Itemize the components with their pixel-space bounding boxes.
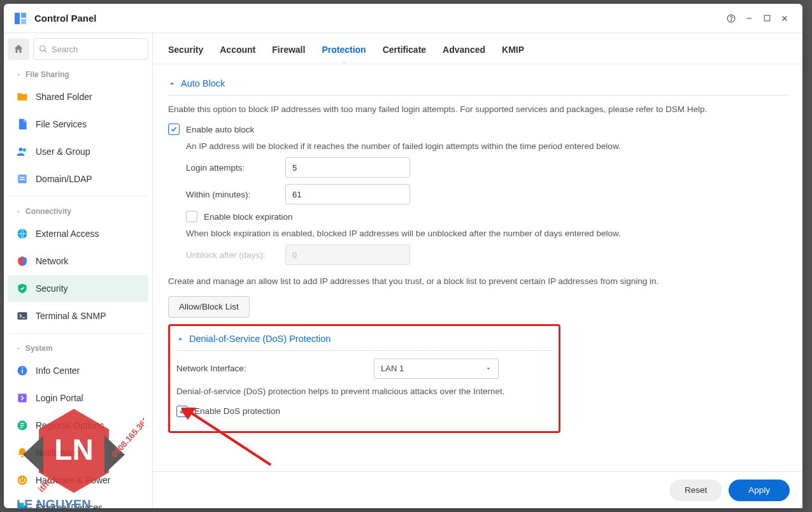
tab-protection[interactable]: Protection [322, 45, 366, 64]
svg-point-11 [19, 148, 23, 152]
sidebar-item-regional-options[interactable]: Regional Options [8, 412, 148, 439]
tab-kmip[interactable]: KMIP [502, 45, 524, 64]
sidebar-item-hardware-power[interactable]: Hardware & Power [8, 467, 148, 494]
sidebar-item-shared-folder[interactable]: Shared Folder [8, 83, 148, 110]
maximize-button[interactable] [758, 10, 776, 27]
tabs: Security Account Firewall Protection Cer… [153, 33, 802, 64]
sidebar-item-user-group[interactable]: User & Group [8, 138, 148, 165]
content-area: Auto Block Enable this option to block I… [153, 64, 802, 508]
devices-icon [15, 501, 29, 508]
auto-block-sub: An IP address will be blocked if it reac… [186, 141, 787, 151]
sidebar-item-security[interactable]: Security [8, 275, 148, 302]
unblock-input [285, 245, 410, 265]
home-button[interactable] [8, 38, 29, 60]
search-placeholder: Search [52, 45, 78, 54]
allow-block-list-button[interactable]: Allow/Block List [168, 296, 250, 318]
users-icon [15, 145, 29, 159]
apply-button[interactable]: Apply [729, 480, 790, 501]
svg-rect-25 [18, 503, 24, 509]
main-panel: Security Account Firewall Protection Cer… [153, 33, 802, 508]
shield-icon [15, 281, 29, 295]
within-label: Within (minutes): [186, 190, 285, 199]
svg-rect-0 [15, 13, 20, 24]
control-panel-window: Control Panel Search File Sharing Shared… [4, 4, 802, 508]
svg-point-12 [23, 148, 26, 152]
tab-account[interactable]: Account [220, 45, 255, 64]
app-icon [13, 11, 28, 26]
login-attempts-input[interactable] [285, 157, 410, 178]
sidebar-item-file-services[interactable]: File Services [8, 111, 148, 138]
svg-point-23 [21, 455, 23, 457]
svg-rect-6 [764, 15, 770, 21]
enable-auto-block-checkbox[interactable] [168, 124, 180, 135]
svg-rect-15 [20, 179, 25, 180]
footer: Reset Apply [153, 471, 802, 508]
titlebar: Control Panel [4, 4, 802, 33]
sidebar-item-external-devices[interactable]: External Devices [8, 494, 148, 508]
enable-block-expiration-label: Enable block expiration [204, 212, 293, 222]
sidebar-item-info-center[interactable]: Info Center [8, 357, 148, 384]
svg-rect-21 [18, 394, 26, 402]
network-icon [15, 254, 29, 268]
sidebar-item-external-access[interactable]: External Access [8, 220, 148, 247]
svg-point-20 [22, 367, 23, 369]
enable-block-expiration-checkbox[interactable] [186, 211, 197, 222]
expiration-desc: When block expiration is enabled, blocke… [186, 229, 787, 238]
svg-rect-1 [21, 13, 26, 18]
close-button[interactable] [776, 10, 794, 27]
power-icon [15, 473, 29, 487]
list-desc: Create and manage an allow list to add I… [168, 275, 787, 288]
minimize-button[interactable] [740, 10, 758, 27]
tab-certificate[interactable]: Certificate [383, 45, 426, 64]
svg-rect-26 [24, 506, 27, 508]
svg-rect-2 [21, 19, 26, 24]
unblock-label: Unblock after (days): [186, 250, 285, 260]
portal-icon [15, 391, 29, 405]
svg-rect-14 [20, 177, 25, 178]
svg-point-4 [731, 20, 732, 20]
tab-firewall[interactable]: Firewall [272, 45, 305, 64]
window-title: Control Panel [34, 13, 97, 24]
sidebar-item-domain-ldap[interactable]: Domain/LDAP [8, 166, 148, 192]
search-input[interactable]: Search [33, 38, 148, 60]
bell-icon [15, 446, 29, 460]
regional-icon [15, 418, 29, 432]
terminal-icon [15, 309, 29, 323]
network-interface-label: Network Interface: [176, 364, 374, 373]
reset-button[interactable]: Reset [669, 480, 722, 501]
svg-rect-17 [18, 312, 27, 320]
dos-desc: Denial-of-service (DoS) protection helps… [176, 385, 552, 398]
section-auto-block[interactable]: Auto Block [168, 73, 787, 96]
login-attempts-label: Login attempts: [186, 163, 285, 173]
sidebar-item-notification[interactable]: Notification [8, 439, 148, 466]
group-connectivity[interactable]: Connectivity [8, 201, 148, 220]
sidebar-item-network[interactable]: Network [8, 248, 148, 274]
within-input[interactable] [285, 184, 410, 204]
file-icon [15, 117, 29, 131]
tab-advanced[interactable]: Advanced [443, 45, 485, 64]
info-icon [15, 364, 29, 378]
svg-line-10 [45, 50, 47, 53]
chevron-down-icon [485, 366, 492, 372]
dos-highlight-box: Denial-of-Service (DoS) Protection Netwo… [168, 324, 560, 433]
section-dos[interactable]: Denial-of-Service (DoS) Protection [176, 329, 552, 351]
enable-dos-label: Enable DoS protection [194, 406, 280, 416]
svg-rect-19 [22, 369, 23, 373]
sidebar-item-terminal-snmp[interactable]: Terminal & SNMP [8, 302, 148, 329]
group-file-sharing[interactable]: File Sharing [8, 64, 148, 83]
tab-security[interactable]: Security [168, 45, 203, 64]
svg-point-9 [40, 46, 45, 51]
help-button[interactable] [722, 10, 740, 27]
sidebar: Search File Sharing Shared Folder File S… [4, 33, 153, 508]
enable-dos-checkbox[interactable] [176, 406, 188, 417]
network-interface-dropdown[interactable]: LAN 1 [374, 359, 499, 379]
auto-block-intro: Enable this option to block IP addresses… [168, 103, 787, 116]
folder-icon [15, 90, 29, 104]
sidebar-item-login-portal[interactable]: Login Portal [8, 385, 148, 411]
globe-icon [15, 227, 29, 241]
domain-icon [15, 172, 29, 186]
enable-auto-block-label: Enable auto block [186, 125, 254, 134]
group-system[interactable]: System [8, 338, 148, 357]
